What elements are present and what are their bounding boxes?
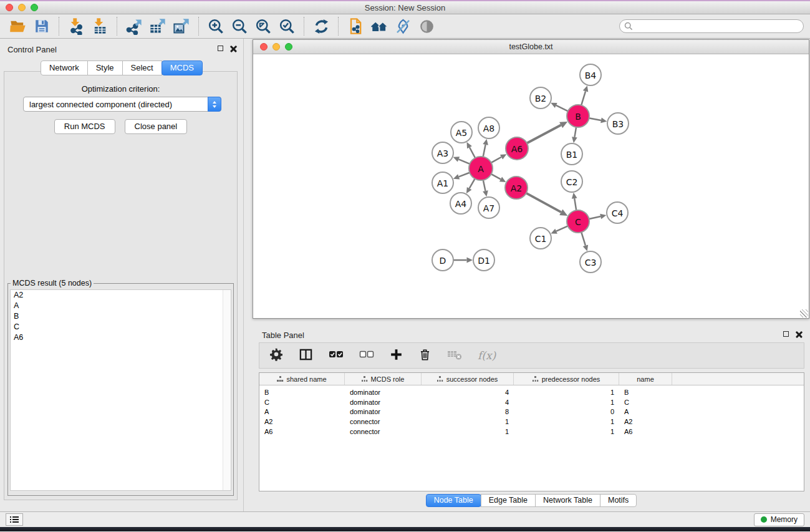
zoom-selected-icon[interactable] xyxy=(275,16,299,37)
add-column-icon[interactable] xyxy=(390,348,403,364)
network-node-B2[interactable]: B2 xyxy=(530,87,551,109)
network-node-A4[interactable]: A4 xyxy=(450,193,471,214)
network-node-A3[interactable]: A3 xyxy=(432,142,453,163)
tab-style[interactable]: Style xyxy=(87,60,123,75)
network-node-B1[interactable]: B1 xyxy=(561,143,582,165)
home-icon[interactable] xyxy=(367,16,391,37)
deselect-all-icon[interactable] xyxy=(359,349,374,362)
network-canvas[interactable]: B4B2BB3A8A5A6B1A3AC2A1A2A4A7C4CC1DD1C3 xyxy=(253,55,809,318)
tab-mcds[interactable]: MCDS xyxy=(162,60,203,75)
resize-grip-icon[interactable] xyxy=(800,309,808,317)
network-node-D1[interactable]: D1 xyxy=(473,249,494,271)
close-window-button[interactable] xyxy=(6,4,13,11)
search-input[interactable] xyxy=(619,19,804,33)
network-node-D[interactable]: D xyxy=(432,249,453,271)
function-builder-icon[interactable]: f(x) xyxy=(478,349,496,362)
export-image-icon[interactable] xyxy=(170,16,193,37)
tab-edge-table[interactable]: Edge Table xyxy=(481,494,536,507)
refresh-layout-icon[interactable] xyxy=(309,16,333,37)
network-edge[interactable] xyxy=(483,179,488,197)
mcds-result-item[interactable]: A xyxy=(11,301,231,311)
column-header[interactable]: shared name xyxy=(259,373,345,385)
delete-columns-icon[interactable] xyxy=(418,348,432,364)
network-edge[interactable] xyxy=(453,157,471,164)
tab-motifs[interactable]: Motifs xyxy=(600,494,637,507)
network-node-C1[interactable]: C1 xyxy=(530,228,551,249)
table-row[interactable]: Bdominator41B xyxy=(259,387,804,397)
float-table-panel-icon[interactable] xyxy=(783,331,789,337)
column-layout-icon[interactable] xyxy=(299,347,313,364)
network-edge[interactable] xyxy=(525,193,567,216)
network-node-A6[interactable]: A6 xyxy=(506,137,528,160)
minimize-network-window-button[interactable] xyxy=(272,43,280,51)
network-node-A7[interactable]: A7 xyxy=(478,197,499,218)
settings-gear-icon[interactable] xyxy=(269,347,283,364)
column-header[interactable]: predecessor nodes xyxy=(514,373,619,385)
network-edge[interactable] xyxy=(453,172,471,179)
export-network-icon[interactable] xyxy=(122,16,146,37)
mcds-result-item[interactable]: B xyxy=(11,311,231,322)
column-header[interactable]: name xyxy=(619,373,672,385)
close-table-panel-icon[interactable] xyxy=(796,331,803,337)
network-node-B[interactable]: B xyxy=(567,105,589,127)
table-row[interactable]: Cdominator41C xyxy=(259,397,804,407)
network-edge[interactable] xyxy=(588,118,607,123)
column-header[interactable]: successor nodes xyxy=(422,373,514,385)
network-edge[interactable] xyxy=(572,193,577,211)
network-node-C3[interactable]: C3 xyxy=(580,251,601,273)
zoom-fit-icon[interactable] xyxy=(251,16,275,37)
network-node-C4[interactable]: C4 xyxy=(607,202,628,223)
close-panel-icon[interactable] xyxy=(230,45,237,52)
zoom-out-icon[interactable] xyxy=(228,16,251,37)
network-edge[interactable] xyxy=(526,122,567,144)
import-network-icon[interactable] xyxy=(64,16,88,37)
network-node-A1[interactable]: A1 xyxy=(432,172,453,193)
tab-node-table[interactable]: Node Table xyxy=(426,494,481,507)
network-edge[interactable] xyxy=(490,154,506,163)
network-node-A5[interactable]: A5 xyxy=(451,122,472,143)
network-edge[interactable] xyxy=(572,126,577,143)
network-node-B3[interactable]: B3 xyxy=(607,113,629,134)
optimization-criterion-select[interactable]: largest connected component (directed) xyxy=(23,97,221,112)
zoom-network-window-button[interactable] xyxy=(285,43,292,51)
column-header[interactable]: MCDS role xyxy=(345,373,422,385)
network-node-A[interactable]: A xyxy=(469,157,493,180)
network-edge[interactable] xyxy=(581,85,589,106)
network-node-C[interactable]: C xyxy=(567,210,589,233)
pen-icon[interactable] xyxy=(391,16,415,37)
network-edge[interactable] xyxy=(452,258,473,263)
memory-button[interactable]: Memory xyxy=(754,513,804,526)
network-node-B4[interactable]: B4 xyxy=(580,64,601,85)
scrollbar-track[interactable] xyxy=(223,290,231,490)
mcds-result-item[interactable]: A2 xyxy=(11,290,231,301)
import-table-icon[interactable] xyxy=(88,16,112,37)
zoom-in-icon[interactable] xyxy=(204,16,228,37)
select-all-icon[interactable] xyxy=(329,349,344,362)
tab-network-table[interactable]: Network Table xyxy=(535,494,600,507)
tab-network[interactable]: Network xyxy=(41,60,88,75)
table-row[interactable]: A6connector11A6 xyxy=(259,427,804,437)
network-edge[interactable] xyxy=(490,173,506,182)
close-network-window-button[interactable] xyxy=(260,43,268,51)
run-mcds-button[interactable]: Run MCDS xyxy=(54,119,115,134)
task-history-button[interactable] xyxy=(6,513,23,526)
network-node-C2[interactable]: C2 xyxy=(561,171,582,192)
mcds-result-item[interactable]: A6 xyxy=(11,332,231,343)
table-row[interactable]: Adominator80A xyxy=(259,407,804,417)
close-panel-button[interactable]: Close panel xyxy=(125,119,188,134)
minimize-window-button[interactable] xyxy=(18,4,26,11)
network-node-A8[interactable]: A8 xyxy=(478,117,499,138)
eye-icon[interactable] xyxy=(415,16,438,37)
zoom-window-button[interactable] xyxy=(31,4,38,11)
save-session-icon[interactable] xyxy=(30,16,54,37)
export-table-icon[interactable] xyxy=(146,16,170,37)
mcds-result-item[interactable]: C xyxy=(11,322,231,332)
network-edge[interactable] xyxy=(551,103,569,112)
delete-table-icon[interactable] xyxy=(447,349,462,363)
tab-select[interactable]: Select xyxy=(122,60,162,75)
network-edge[interactable] xyxy=(551,226,569,234)
float-panel-icon[interactable] xyxy=(218,46,223,51)
network-edge[interactable] xyxy=(581,231,588,251)
network-edge[interactable] xyxy=(466,142,476,159)
network-file-icon[interactable] xyxy=(344,16,367,37)
